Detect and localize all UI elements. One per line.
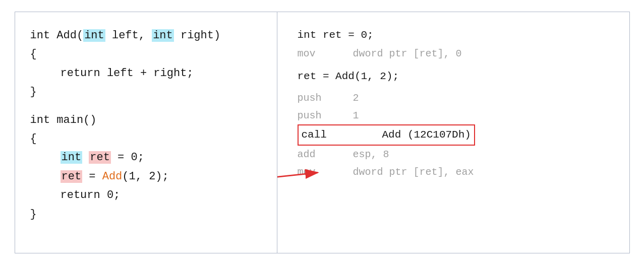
brace-open-add: { xyxy=(30,48,37,60)
var-ret-assign-pink: ret xyxy=(61,170,83,183)
operand-call: Add (12C107Dh) xyxy=(382,126,471,145)
mnemonic-push2: push xyxy=(298,89,353,107)
kw-int-add: int xyxy=(30,29,57,42)
mnemonic-mov1: mov xyxy=(298,45,353,62)
mnemonic-call: call xyxy=(302,126,357,145)
r-asm-mov-ret-eax: mov dword ptr [ret], eax xyxy=(298,163,614,181)
line-add-brace-open: { xyxy=(30,45,262,63)
mnemonic-add-esp: add xyxy=(298,146,353,163)
var-ret-pink: ret xyxy=(89,151,111,164)
kw-int-left: int xyxy=(83,29,105,42)
r-c-ret-assign: ret = Add(1, 2); xyxy=(298,68,614,86)
line-add-decl: int Add(int left, int right) xyxy=(30,26,262,45)
return-zero: return 0; xyxy=(61,189,121,202)
call-box: call Add (12C107Dh) xyxy=(298,124,475,146)
eq-sign: = xyxy=(82,170,102,183)
fn-main-name: main() xyxy=(56,114,96,126)
r-asm-push1: push 1 xyxy=(298,107,614,124)
kw-int-main: int xyxy=(30,114,57,126)
call-args: (1, 2); xyxy=(122,170,168,183)
r-asm-mov-ret-0: mov dword ptr [ret], 0 xyxy=(298,45,614,62)
return-stmt: return left + right; xyxy=(61,67,194,80)
brace-open-main: { xyxy=(30,132,37,145)
mnemonic-mov2: mov xyxy=(298,163,353,181)
param-left: left, xyxy=(105,29,152,42)
right-asm-panel: int ret = 0; mov dword ptr [ret], 0 ret … xyxy=(277,12,629,253)
operand-mov1: dword ptr [ret], 0 xyxy=(353,45,462,62)
r-asm-push2: push 2 xyxy=(298,89,614,107)
main-container: int Add(int left, int right) { return le… xyxy=(15,12,630,253)
kw-int-right: int xyxy=(152,29,174,42)
param-right: right) xyxy=(174,29,220,42)
left-code-panel: int Add(int left, int right) { return le… xyxy=(15,12,277,253)
line-main-brace-close: } xyxy=(30,205,262,224)
operand-push1: 1 xyxy=(353,107,359,124)
mnemonic-push1: push xyxy=(298,107,353,124)
spacer-r1 xyxy=(298,62,614,68)
fn-add-name: Add( xyxy=(56,29,83,42)
brace-close-main: } xyxy=(30,208,37,221)
operand-push2: 2 xyxy=(353,89,359,107)
line-main-decl: int main() xyxy=(30,111,262,129)
line-return-zero: return 0; xyxy=(61,186,262,205)
r-asm-call: call Add (12C107Dh) xyxy=(298,124,614,146)
kw-int-ret: int xyxy=(61,151,83,164)
assign-zero: = 0; xyxy=(111,151,144,164)
line-ret-assign: ret = Add(1, 2); xyxy=(61,167,262,186)
brace-close-add: } xyxy=(30,86,37,98)
line-int-ret: int ret = 0; xyxy=(61,148,262,167)
operand-add-esp: esp, 8 xyxy=(353,146,389,163)
fn-add-call: Add xyxy=(102,170,123,183)
line-add-brace-close: } xyxy=(30,83,262,101)
operand-mov2: dword ptr [ret], eax xyxy=(353,163,474,181)
r-asm-add-esp: add esp, 8 xyxy=(298,146,614,163)
spacer1 xyxy=(30,102,262,111)
space1 xyxy=(82,151,89,164)
line-add-return: return left + right; xyxy=(61,64,262,83)
r-c-ret-decl: int ret = 0; xyxy=(298,26,614,45)
line-main-brace-open: { xyxy=(30,129,262,148)
